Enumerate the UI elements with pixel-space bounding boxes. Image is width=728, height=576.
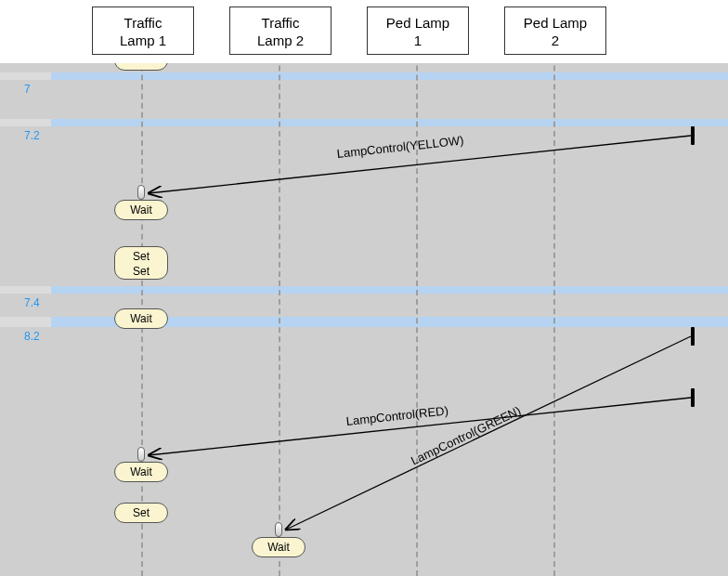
state-label-line: Set	[115, 249, 167, 264]
activation-pin	[137, 185, 145, 200]
time-band	[0, 294, 728, 317]
state-label-line: Set	[115, 264, 167, 279]
state-wait: Wait	[114, 200, 168, 220]
state-set: SetSet	[114, 246, 168, 280]
participant-label-line: 1	[368, 33, 468, 50]
participant-label-line: Ped Lamp	[368, 15, 468, 33]
participant-label-line: Lamp 2	[230, 33, 331, 50]
activation-pin	[275, 522, 282, 537]
participant-ped-lamp-2: Ped Lamp2	[504, 7, 606, 55]
state-label-line: Wait	[115, 463, 167, 481]
sequence-diagram: TrafficLamp 1TrafficLamp 2Ped Lamp1Ped L…	[0, 0, 728, 576]
participant-label-line: Traffic	[93, 15, 193, 33]
participant-label-line: Lamp 1	[93, 33, 193, 50]
time-band	[0, 327, 728, 576]
timestamp: 7.2	[24, 129, 40, 142]
timestamp: 7	[24, 83, 31, 96]
state-wait: Wait	[114, 462, 168, 482]
external-event-tick	[691, 388, 695, 407]
state-label-line: Wait	[253, 538, 305, 556]
participant-traffic-lamp-2: TrafficLamp 2	[229, 7, 332, 55]
lifeline-traffic-lamp-2	[279, 0, 280, 576]
state-set: Set	[114, 503, 168, 523]
time-band	[0, 63, 728, 72]
participant-label-line: Ped Lamp	[505, 15, 605, 33]
state-label-line: Wait	[115, 201, 167, 219]
lifeline-ped-lamp-1	[416, 0, 418, 576]
state-label-line: Wait	[115, 309, 167, 328]
external-event-tick	[691, 327, 695, 346]
lifeline-traffic-lamp-1	[141, 0, 143, 576]
state-wait: Wait	[114, 308, 168, 329]
state-label-line: Set	[115, 504, 167, 522]
timestamp: 7.4	[24, 296, 40, 309]
participant-label-line: 2	[505, 33, 605, 50]
participant-ped-lamp-1: Ped Lamp1	[367, 7, 469, 55]
participant-label-line: Traffic	[230, 15, 331, 33]
activation-pin	[137, 447, 145, 462]
time-band	[0, 80, 728, 119]
lifeline-ped-lamp-2	[553, 0, 555, 576]
external-event-tick	[691, 126, 695, 145]
participant-traffic-lamp-1: TrafficLamp 1	[92, 7, 194, 55]
timestamp: 8.2	[24, 330, 40, 343]
state-wait: Wait	[252, 537, 306, 557]
